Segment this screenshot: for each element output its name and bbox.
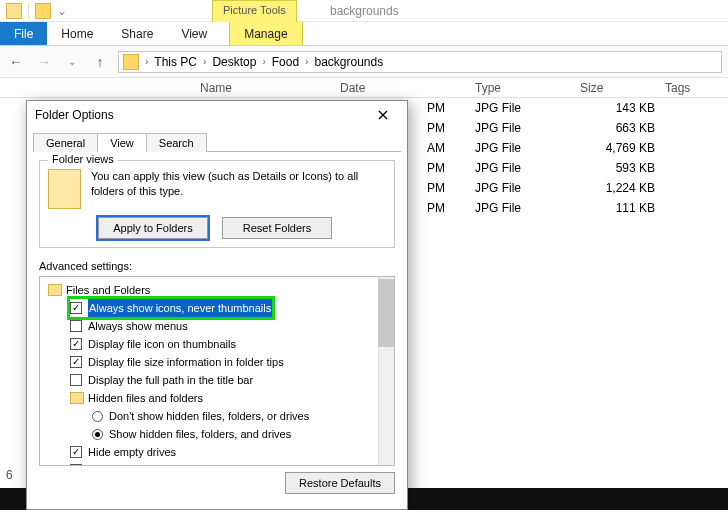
tree-root-files-and-folders: Files and Folders (48, 281, 390, 299)
option-show-hidden[interactable]: Show hidden files, folders, and drives (92, 425, 390, 443)
ribbon-tab-share[interactable]: Share (107, 22, 167, 45)
scrollbar[interactable] (378, 277, 394, 465)
cell-size: 143 KB (580, 101, 665, 115)
folder-views-text: You can apply this view (such as Details… (91, 169, 386, 199)
dialog-title: Folder Options (35, 108, 114, 122)
chevron-right-icon[interactable]: › (305, 56, 308, 67)
ribbon-tab-manage[interactable]: Manage (229, 22, 302, 45)
checkbox-icon[interactable] (70, 356, 82, 368)
option-hide-empty-drives[interactable]: Hide empty drives (70, 443, 390, 461)
column-header-tags[interactable]: Tags (665, 81, 728, 95)
folder-icon (6, 3, 22, 19)
option-always-show-icons[interactable]: Always show icons, never thumbnails (70, 299, 272, 317)
radio-icon[interactable] (92, 429, 103, 440)
folder-views-group: Folder views You can apply this view (su… (39, 160, 395, 248)
group-legend: Folder views (48, 153, 118, 165)
option-hide-extensions[interactable]: Hide extensions for known file types (70, 461, 390, 466)
checkbox-icon[interactable] (70, 374, 82, 386)
nav-back-button[interactable]: ← (6, 52, 26, 72)
option-label: Display file icon on thumbnails (88, 335, 236, 353)
column-headers[interactable]: Name Date Type Size Tags (0, 78, 728, 98)
ribbon-tab-home[interactable]: Home (47, 22, 107, 45)
cell-size: 663 KB (580, 121, 665, 135)
cell-size: 111 KB (580, 201, 665, 215)
dialog-tabs: General View Search (27, 129, 407, 151)
folder-icon (70, 392, 84, 404)
advanced-settings-label: Advanced settings: (39, 260, 395, 272)
column-header-size[interactable]: Size (580, 81, 665, 95)
breadcrumb[interactable]: › This PC › Desktop › Food › backgrounds (118, 51, 722, 73)
option-display-file-icon[interactable]: Display file icon on thumbnails (70, 335, 390, 353)
breadcrumb-segment[interactable]: backgrounds (310, 55, 387, 69)
folder-icon (48, 284, 62, 296)
breadcrumb-segment[interactable]: Food (268, 55, 303, 69)
checkbox-icon[interactable] (70, 302, 82, 314)
status-item-count: 6 (6, 468, 13, 482)
option-label: Display file size information in folder … (88, 353, 284, 371)
option-label: Hide empty drives (88, 443, 176, 461)
dialog-body: Folder views You can apply this view (su… (33, 151, 401, 503)
tab-general[interactable]: General (33, 133, 98, 152)
cell-type: JPG File (475, 121, 580, 135)
cell-size: 4,769 KB (580, 141, 665, 155)
reset-folders-button[interactable]: Reset Folders (222, 217, 332, 239)
close-icon (378, 110, 388, 120)
column-header-date[interactable]: Date (340, 81, 475, 95)
column-header-name[interactable]: Name (0, 81, 340, 95)
folder-icon (123, 54, 139, 70)
cell-type: JPG File (475, 201, 580, 215)
cell-type: JPG File (475, 161, 580, 175)
option-always-show-menus[interactable]: Always show menus (70, 317, 390, 335)
cell-size: 593 KB (580, 161, 665, 175)
option-label: Always show icons, never thumbnails (88, 299, 272, 317)
option-label: Don't show hidden files, folders, or dri… (109, 407, 309, 425)
apply-to-folders-button[interactable]: Apply to Folders (98, 217, 208, 239)
chevron-right-icon[interactable]: › (203, 56, 206, 67)
checkbox-icon[interactable] (70, 464, 82, 466)
nav-up-button[interactable]: ↑ (90, 52, 110, 72)
close-button[interactable] (367, 104, 399, 126)
checkbox-icon[interactable] (70, 338, 82, 350)
option-label: Always show menus (88, 317, 188, 335)
chevron-right-icon[interactable]: › (145, 56, 148, 67)
restore-defaults-button[interactable]: Restore Defaults (285, 472, 395, 494)
folder-icon (48, 169, 81, 209)
folder-icon (35, 3, 51, 19)
breadcrumb-segment[interactable]: This PC (150, 55, 201, 69)
option-label: Show hidden files, folders, and drives (109, 425, 291, 443)
advanced-settings-tree: Files and Folders Always show icons, nev… (39, 276, 395, 466)
address-bar-row: ← → ⌄ ↑ › This PC › Desktop › Food › bac… (0, 46, 728, 78)
nav-recent-dropdown[interactable]: ⌄ (62, 52, 82, 72)
checkbox-icon[interactable] (70, 446, 82, 458)
breadcrumb-segment[interactable]: Desktop (208, 55, 260, 69)
option-dont-show-hidden[interactable]: Don't show hidden files, folders, or dri… (92, 407, 390, 425)
cell-size: 1,224 KB (580, 181, 665, 195)
tree-node-hidden-files: Hidden files and folders (70, 389, 390, 407)
radio-icon[interactable] (92, 411, 103, 422)
nav-forward-button[interactable]: → (34, 52, 54, 72)
option-display-file-size[interactable]: Display file size information in folder … (70, 353, 390, 371)
tree-root-label: Files and Folders (66, 281, 150, 299)
option-label: Hide extensions for known file types (88, 461, 263, 466)
contextual-tab-picture-tools[interactable]: Picture Tools (212, 0, 297, 22)
chevron-right-icon[interactable]: › (262, 56, 265, 67)
scrollbar-thumb[interactable] (378, 279, 394, 347)
folder-options-dialog: Folder Options General View Search Folde… (26, 100, 408, 510)
option-label: Display the full path in the title bar (88, 371, 253, 389)
cell-type: JPG File (475, 101, 580, 115)
cell-type: JPG File (475, 141, 580, 155)
tab-view[interactable]: View (97, 133, 147, 152)
ribbon-tab-view[interactable]: View (167, 22, 221, 45)
ribbon-tabs: File Home Share View Manage (0, 22, 728, 46)
ribbon-tab-file[interactable]: File (0, 22, 47, 45)
checkbox-icon[interactable] (70, 320, 82, 332)
separator (28, 3, 29, 19)
dialog-titlebar: Folder Options (27, 101, 407, 129)
option-display-full-path[interactable]: Display the full path in the title bar (70, 371, 390, 389)
window-title-folder: backgrounds (330, 4, 399, 18)
tab-search[interactable]: Search (146, 133, 207, 152)
tree-node-label: Hidden files and folders (88, 389, 203, 407)
cell-type: JPG File (475, 181, 580, 195)
qat-caret[interactable]: ⌄ (57, 4, 67, 18)
column-header-type[interactable]: Type (475, 81, 580, 95)
